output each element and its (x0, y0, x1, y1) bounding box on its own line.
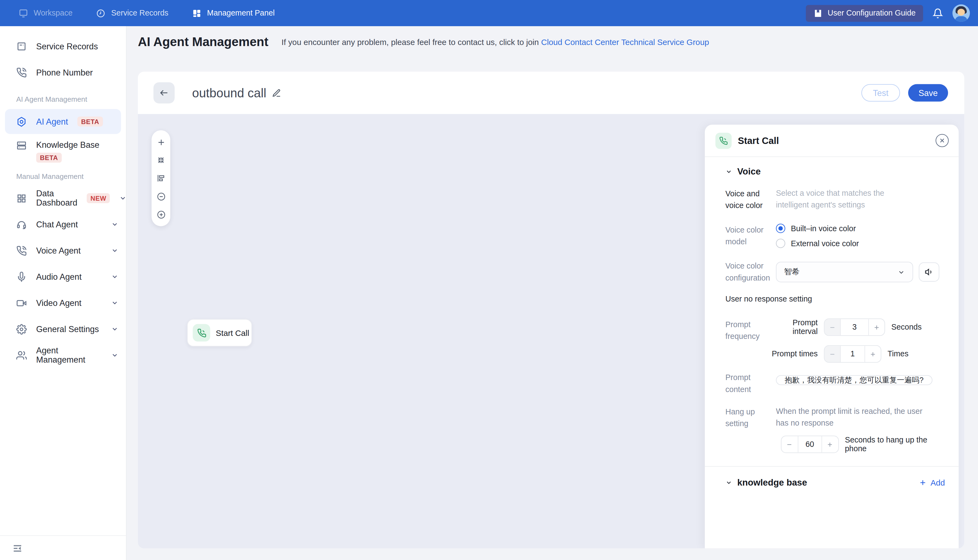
sidebar-item-general-settings[interactable]: General Settings (0, 316, 126, 342)
radio-built-in-voice-color[interactable]: Built–in voice color (776, 224, 946, 233)
zoom-out-icon[interactable] (156, 192, 166, 202)
voice-color-configuration-row: Voice color configuration 智希 (725, 260, 946, 284)
sidebar-item-chat-agent[interactable]: Chat Agent (0, 211, 126, 237)
radio-selected-icon (776, 224, 785, 233)
edit-pencil-icon[interactable] (272, 88, 281, 97)
play-voice-button[interactable] (919, 262, 939, 282)
sidebar-item-ai-agent[interactable]: AI Agent BETA (5, 109, 121, 134)
main-content: AI Agent Management If you encounter any… (127, 26, 978, 560)
hexagon-ai-icon (16, 116, 27, 127)
collapse-sidebar-icon[interactable] (12, 543, 23, 554)
minus-button[interactable] (825, 319, 841, 335)
add-knowledge-base-button[interactable]: Add (919, 478, 945, 487)
field-label: Prompt frequency (725, 318, 767, 363)
sidebar-item-label: Service Records (36, 42, 98, 51)
sidebar-item-knowledge-base[interactable]: Knowledge Base BETA (0, 135, 126, 163)
panel-header: Start Call (705, 125, 959, 157)
sidebar-item-agent-management[interactable]: Agent Management (0, 342, 126, 368)
prompt-interval-value[interactable]: 3 (841, 319, 868, 335)
hang-up-value[interactable]: 60 (798, 436, 821, 452)
hang-up-controls: When the prompt limit is reached, the us… (776, 406, 946, 453)
zoom-in-icon[interactable] (156, 209, 166, 220)
sidebar-item-audio-agent[interactable]: Audio Agent (0, 263, 126, 290)
nav-item-management-panel[interactable]: Management Panel (192, 8, 275, 18)
plus-button[interactable] (868, 319, 884, 335)
voice-color-configuration-controls: 智希 (776, 260, 946, 284)
sidebar-item-label: Agent Management (36, 346, 102, 365)
sidebar-item-video-agent[interactable]: Video Agent (0, 290, 126, 316)
editor-actions: Test Save (861, 84, 948, 102)
close-icon[interactable] (936, 134, 949, 147)
chevron-down-icon (111, 325, 119, 333)
phone-call-icon (16, 245, 27, 256)
field-label: Voice and voice color (725, 188, 767, 212)
add-node-icon[interactable] (156, 137, 166, 147)
node-config-panel: Start Call Voice Voic (705, 125, 959, 548)
chevron-down-icon (111, 352, 119, 359)
plus-button[interactable] (821, 436, 838, 452)
sidebar-item-label: Audio Agent (36, 272, 82, 282)
auto-layout-icon[interactable] (156, 173, 166, 183)
nav-item-service-records[interactable]: Service Records (96, 8, 168, 18)
sidebar-item-voice-agent[interactable]: Voice Agent (0, 237, 126, 263)
hang-up-description: When the prompt limit is reached, the us… (776, 406, 933, 429)
prompt-content-row: Prompt content 抱歉，我没有听清楚，您可以重复一遍吗? (725, 371, 946, 396)
radio-external-voice-color[interactable]: External voice color (776, 238, 946, 248)
nav-item-workspace[interactable]: Workspace (19, 8, 73, 18)
test-button[interactable]: Test (861, 84, 900, 102)
voice-section-header[interactable]: Voice (725, 166, 946, 177)
chevron-down-icon (111, 299, 119, 307)
bell-icon[interactable] (933, 8, 943, 18)
technical-service-group-link[interactable]: Cloud Contact Center Technical Service G… (541, 37, 709, 47)
users-icon (16, 350, 27, 360)
sidebar-item-label: Chat Agent (36, 220, 78, 229)
chevron-down-icon (725, 168, 732, 175)
plus-icon (919, 478, 927, 487)
top-nav: Workspace Service Records Management Pan… (0, 0, 978, 26)
plus-button[interactable] (864, 346, 881, 362)
minus-button[interactable] (782, 436, 798, 452)
prompt-interval-row: Prompt interval 3 (768, 318, 946, 336)
back-button[interactable] (153, 82, 175, 103)
flow-canvas[interactable]: Start Call Start Call (138, 114, 965, 548)
video-icon (16, 297, 27, 308)
knowledge-base-title: knowledge base (737, 477, 807, 487)
mic-icon (16, 271, 27, 282)
save-button[interactable]: Save (908, 84, 948, 102)
sidebar-item-data-dashboard[interactable]: Data Dashboard NEW (0, 185, 126, 211)
avatar-face (958, 9, 965, 15)
hang-up-setting-row: Hang up setting When the prompt limit is… (725, 406, 946, 453)
gear-icon (16, 323, 27, 334)
beta-badge: BETA (36, 153, 62, 163)
agent-editor-card: outbound call Test Save (138, 72, 965, 548)
page-header: AI Agent Management If you encounter any… (127, 26, 978, 49)
sidebar-item-label: Knowledge Base (36, 140, 100, 149)
prompt-times-value[interactable]: 1 (841, 346, 864, 362)
sidebar-item-label: Video Agent (36, 298, 82, 308)
sidebar-item-label: AI Agent (36, 117, 68, 126)
sidebar-item-label: Phone Number (36, 68, 93, 77)
sidebar-item-service-records[interactable]: Service Records (0, 33, 126, 59)
voice-color-select[interactable]: 智希 (776, 262, 913, 282)
voice-color-select-value: 智希 (784, 267, 799, 277)
user-avatar[interactable] (952, 4, 970, 22)
prompt-frequency-row: Prompt frequency Prompt interval 3 (725, 318, 946, 363)
chevron-down-icon (725, 479, 732, 486)
chevron-down-icon (111, 273, 119, 280)
headset-icon (16, 219, 27, 230)
radio-unselected-icon (776, 238, 785, 248)
hang-up-unit: Seconds to hang up the phone (845, 436, 946, 453)
fit-view-icon[interactable] (156, 155, 166, 165)
prompt-content-input[interactable]: 抱歉，我没有听清楚，您可以重复一遍吗? (776, 375, 932, 385)
sidebar-footer (0, 535, 126, 560)
phone-call-icon (716, 133, 732, 148)
start-call-node[interactable]: Start Call (187, 319, 252, 347)
dashboard-icon (192, 8, 201, 18)
guide-button-label: User Configuration Guide (828, 9, 916, 17)
hang-up-stepper: 60 (781, 436, 839, 453)
user-configuration-guide-button[interactable]: User Configuration Guide (806, 5, 923, 22)
nav-item-label: Management Panel (207, 9, 275, 17)
voice-select-placeholder[interactable]: Select a voice that matches the intellig… (776, 188, 914, 212)
sidebar-item-phone-number[interactable]: Phone Number (0, 59, 126, 85)
minus-button[interactable] (825, 346, 841, 362)
